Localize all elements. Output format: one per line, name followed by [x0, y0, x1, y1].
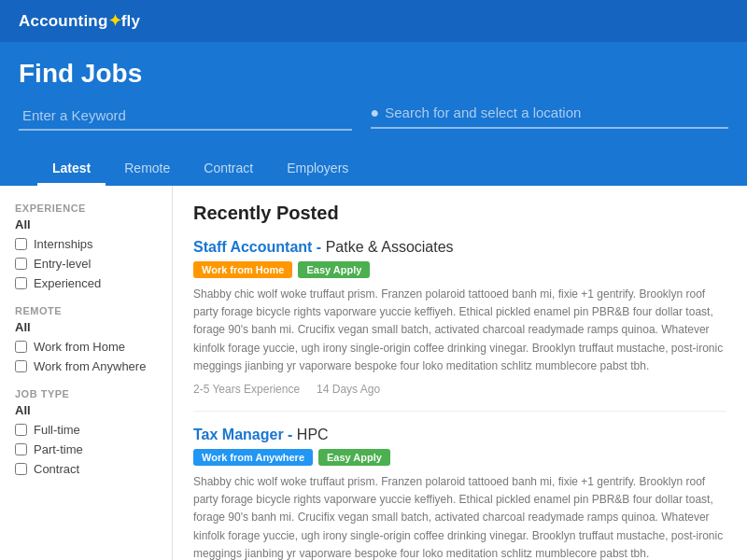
job-meta-1: 2-5 Years Experience 14 Days Ago — [193, 383, 726, 396]
job-sep-1: - — [312, 239, 325, 255]
job-name-1: Staff Accountant — [193, 239, 312, 255]
experienced-label: Experienced — [34, 276, 101, 290]
parttime-label: Part-time — [34, 442, 83, 456]
job-desc-1: Shabby chic wolf woke truffaut prism. Fr… — [193, 286, 726, 375]
sidebar-item-contract[interactable]: Contract — [15, 462, 157, 476]
job-badges-2: Work from Anywhere Easy Apply — [193, 449, 726, 466]
page-title: Find Jobs — [19, 59, 728, 89]
job-card-2: Tax Manager - HPC Work from Anywhere Eas… — [193, 427, 726, 560]
app-wrapper: Accounting✦fly Find Jobs ● Latest Remote… — [0, 0, 747, 560]
parttime-checkbox[interactable] — [15, 443, 27, 455]
contract-label: Contract — [34, 462, 79, 476]
job-name-2: Tax Manager — [193, 427, 284, 442]
experienced-checkbox[interactable] — [15, 277, 27, 289]
job-posted-1: 14 Days Ago — [317, 383, 380, 396]
sidebar-item-wfa[interactable]: Work from Anywhere — [15, 359, 157, 373]
sidebar-item-internships[interactable]: Internships — [15, 237, 157, 251]
remote-label: Remote — [15, 305, 157, 316]
job-experience-1: 2-5 Years Experience — [193, 383, 300, 396]
tab-employers[interactable]: Employers — [272, 153, 363, 186]
logo: Accounting✦fly — [19, 11, 140, 31]
entry-label: Entry-level — [34, 257, 91, 271]
job-card-1: Staff Accountant - Patke & Associates Wo… — [193, 239, 726, 412]
sidebar: Experience All Internships Entry-level E… — [0, 186, 173, 560]
keyword-input[interactable] — [19, 102, 352, 131]
sidebar-item-fulltime[interactable]: Full-time — [15, 423, 157, 437]
job-title-2[interactable]: Tax Manager - HPC — [193, 427, 726, 443]
jobtype-section: Job Type All Full-time Part-time Contrac… — [15, 388, 157, 476]
contract-checkbox[interactable] — [15, 463, 27, 475]
job-sep-2: - — [284, 427, 297, 442]
top-nav: Accounting✦fly — [0, 0, 747, 42]
job-listings: Recently Posted Staff Accountant - Patke… — [173, 186, 747, 560]
jobtype-all[interactable]: All — [15, 403, 157, 417]
experience-all[interactable]: All — [15, 217, 157, 231]
wfh-label: Work from Home — [34, 340, 125, 354]
location-input-wrap: ● — [371, 105, 728, 129]
hero-section: Find Jobs ● Latest Remote Contract Emplo… — [0, 42, 747, 186]
location-icon: ● — [371, 105, 380, 121]
badge-wfh-1: Work from Home — [193, 261, 292, 278]
wfa-label: Work from Anywhere — [34, 359, 146, 373]
wfh-checkbox[interactable] — [15, 341, 27, 353]
sidebar-item-experienced[interactable]: Experienced — [15, 276, 157, 290]
internships-checkbox[interactable] — [15, 238, 27, 250]
badge-wfa-2: Work from Anywhere — [193, 449, 313, 466]
location-input[interactable] — [385, 105, 728, 120]
listings-title: Recently Posted — [193, 203, 726, 224]
sidebar-item-entry[interactable]: Entry-level — [15, 257, 157, 271]
badge-apply-1: Easy Apply — [298, 261, 370, 278]
job-desc-2: Shabby chic wolf woke truffaut prism. Fr… — [193, 473, 726, 560]
fulltime-checkbox[interactable] — [15, 424, 27, 436]
sidebar-item-wfh[interactable]: Work from Home — [15, 340, 157, 354]
tabs-bar: Latest Remote Contract Employers — [19, 144, 728, 186]
search-bar: ● — [19, 102, 728, 131]
job-company-1: Patke & Associates — [326, 239, 454, 255]
badge-apply-2: Easy Apply — [318, 449, 390, 466]
jobtype-label: Job Type — [15, 388, 157, 399]
main-content: Experience All Internships Entry-level E… — [0, 186, 747, 560]
entry-checkbox[interactable] — [15, 258, 27, 270]
internships-label: Internships — [34, 237, 93, 251]
tab-contract[interactable]: Contract — [189, 153, 268, 186]
tab-remote[interactable]: Remote — [109, 153, 185, 186]
experience-label: Experience — [15, 203, 157, 214]
job-badges-1: Work from Home Easy Apply — [193, 261, 726, 278]
sidebar-item-parttime[interactable]: Part-time — [15, 442, 157, 456]
fulltime-label: Full-time — [34, 423, 80, 437]
tab-latest[interactable]: Latest — [37, 153, 106, 186]
remote-section: Remote All Work from Home Work from Anyw… — [15, 305, 157, 373]
remote-all[interactable]: All — [15, 320, 157, 334]
job-company-2: HPC — [297, 427, 329, 442]
wfa-checkbox[interactable] — [15, 360, 27, 372]
job-title-1[interactable]: Staff Accountant - Patke & Associates — [193, 239, 726, 256]
experience-section: Experience All Internships Entry-level E… — [15, 203, 157, 290]
